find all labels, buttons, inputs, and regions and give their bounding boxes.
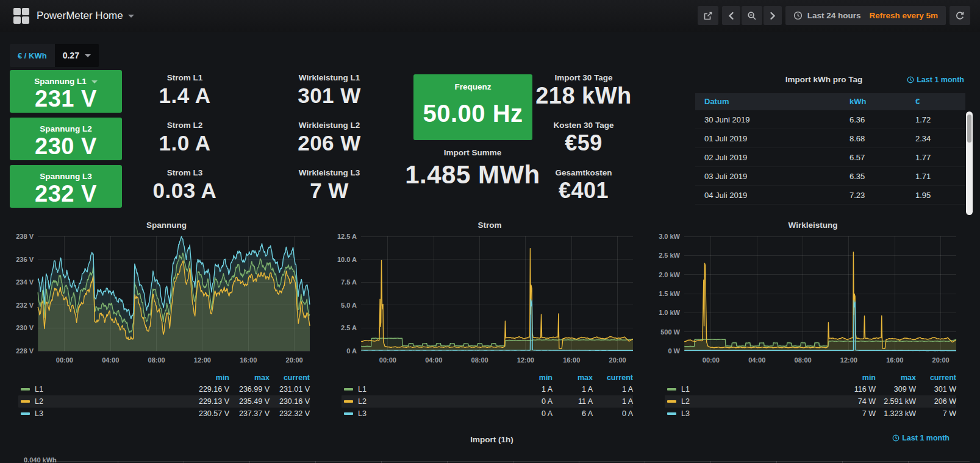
time-shift-back-button[interactable] <box>722 6 740 25</box>
table-cell: 6.35 <box>849 167 865 186</box>
series-color-dash[interactable] <box>344 412 353 415</box>
legend-value-max: 236.99 V <box>229 385 270 394</box>
legend-col-current[interactable]: current <box>916 372 956 383</box>
series-toggle-l1[interactable]: L1 <box>35 385 43 394</box>
share-button[interactable] <box>698 6 718 25</box>
legend-col-max[interactable]: max <box>553 372 593 383</box>
column-header-datum[interactable]: Datum <box>704 93 729 110</box>
panel-title[interactable]: Import (1h) <box>10 435 974 444</box>
scrollbar-track[interactable] <box>966 111 973 215</box>
legend-value-min: 229.13 V <box>189 397 229 406</box>
clock-icon <box>907 76 914 83</box>
stat-panel-gesamtkosten: Gesamtkosten€401 <box>529 168 638 204</box>
stat-title[interactable]: Wirkleistung L2 <box>274 121 384 130</box>
series-toggle-l3[interactable]: L3 <box>35 409 43 418</box>
time-range-link[interactable]: Last 1 month <box>907 76 964 84</box>
series-toggle-l1[interactable]: L1 <box>358 385 367 394</box>
chart-plot-spannung[interactable]: 228 V230 V232 V234 V236 V238 V00:0004:00… <box>10 231 323 370</box>
legend-col-max[interactable]: max <box>876 372 916 383</box>
legend-value-max: 237.37 V <box>229 409 270 418</box>
column-header-kwh[interactable]: kWh <box>849 93 866 110</box>
series-toggle-l3[interactable]: L3 <box>681 409 690 418</box>
dashboard-title[interactable]: PowerMeter Home <box>37 0 134 32</box>
series-color-dash[interactable] <box>344 388 353 391</box>
table-body: 30 Juni 20196.361.7201 Juli 20198.682.34… <box>695 110 965 205</box>
stat-title[interactable]: Kosten 30 Tage <box>529 121 638 130</box>
table-cell: 04 Juli 2019 <box>704 186 747 205</box>
x-axis-tick-label: 12:00 <box>517 356 534 364</box>
series-toggle-l2[interactable]: L2 <box>681 397 690 406</box>
scrollbar-thumb[interactable] <box>967 115 971 143</box>
legend-value-min: 1 A <box>512 385 553 394</box>
legend-col-max[interactable]: max <box>229 372 270 383</box>
chart-legend: minmaxcurrentL11 A1 A1 AL20 A11 A1 AL30 … <box>342 372 633 420</box>
panel-title[interactable]: Strom <box>333 221 646 230</box>
legend-value-current: 230.16 V <box>270 397 310 406</box>
apps-grid-icon[interactable] <box>13 8 29 24</box>
chart-plot-strom[interactable]: 0 A2.5 A5.0 A7.5 A10.0 A12.5 A00:0004:00… <box>333 231 646 370</box>
stat-title[interactable]: Strom L3 <box>130 168 240 177</box>
stat-title[interactable]: Wirkleistung L1 <box>274 73 384 82</box>
series-toggle-l1[interactable]: L1 <box>681 385 690 394</box>
x-axis-tick-label: 00:00 <box>56 356 73 364</box>
series-color-dash[interactable] <box>344 400 353 403</box>
variable-value-text: 0.27 <box>63 51 79 60</box>
stat-title[interactable]: Import Summe <box>396 148 549 157</box>
stat-title[interactable]: Spannung L1 <box>10 77 122 86</box>
y-axis-tick-label: 230 V <box>16 324 34 331</box>
y-axis-tick-label: 228 V <box>16 347 34 355</box>
series-color-dash[interactable] <box>21 412 30 415</box>
panel-title[interactable]: Spannung <box>10 221 323 230</box>
stat-panel-strom-l1: Strom L11.4 A <box>130 73 240 109</box>
panel-menu-caret-icon[interactable] <box>91 80 98 83</box>
chart-plot-wirkleistung[interactable]: 0 W500 W1.0 kW1.5 kW2.0 kW2.5 kW3.0 kW00… <box>656 231 970 370</box>
series-color-dash[interactable] <box>21 388 30 391</box>
series-color-dash[interactable] <box>667 412 676 415</box>
legend-value-min: 7 W <box>835 409 876 418</box>
stat-title[interactable]: Import 30 Tage <box>529 73 638 82</box>
stat-title[interactable]: Frequenz <box>413 82 532 91</box>
y-axis-tick-label: 3.0 kW <box>659 233 680 240</box>
x-axis-tick-label: 12:00 <box>194 356 211 364</box>
series-toggle-l2[interactable]: L2 <box>358 397 367 406</box>
zoom-out-button[interactable] <box>742 6 762 25</box>
y-axis-tick-label: 2.0 kW <box>659 271 680 278</box>
x-axis-tick-label: 20:00 <box>286 356 303 364</box>
time-range-link[interactable]: Last 1 month <box>892 434 950 442</box>
time-shift-forward-button[interactable] <box>764 6 782 25</box>
series-color-dash[interactable] <box>21 400 30 403</box>
legend-row-l2: L274 W2.591 kW206 W <box>665 395 956 408</box>
grafana-dashboard: PowerMeter Home Last 24 hours Refresh e <box>0 0 980 463</box>
stat-title[interactable]: Spannung L2 <box>10 124 122 133</box>
legend-col-min[interactable]: min <box>512 372 553 383</box>
stat-title[interactable]: Spannung L3 <box>10 172 122 181</box>
column-header-eur[interactable]: € <box>915 93 920 110</box>
variable-value-dropdown[interactable]: 0.27 <box>55 44 99 67</box>
legend-col-current[interactable]: current <box>270 372 310 383</box>
legend-col-min[interactable]: min <box>189 372 229 383</box>
table-cell: 02 Juli 2019 <box>704 148 747 167</box>
refresh-button[interactable] <box>950 6 970 25</box>
legend-col-current[interactable]: current <box>593 372 633 383</box>
table-header: Datum kWh € <box>695 93 965 110</box>
y-axis-tick-label: 236 V <box>16 256 34 263</box>
series-color-dash[interactable] <box>667 400 676 403</box>
y-axis-tick-label: 0 W <box>668 347 680 355</box>
stat-value: 232 V <box>10 181 122 207</box>
panel-title[interactable]: Wirkleistung <box>656 221 970 230</box>
time-picker-button[interactable]: Last 24 hours Refresh every 5m <box>785 6 946 25</box>
legend-row-l1: L1229.16 V236.99 V231.01 V <box>18 383 310 395</box>
stat-title[interactable]: Gesamtkosten <box>529 168 638 177</box>
series-toggle-l2[interactable]: L2 <box>35 397 43 406</box>
stat-title[interactable]: Wirkleistung L3 <box>274 168 384 177</box>
legend-value-min: 0 A <box>512 409 553 418</box>
legend-col-min[interactable]: min <box>835 372 876 383</box>
stat-title[interactable]: Strom L1 <box>130 73 240 82</box>
x-axis-tick-label: 12:00 <box>840 356 857 364</box>
stat-value: 0.03 A <box>130 177 240 204</box>
stat-title[interactable]: Strom L2 <box>130 121 240 130</box>
series-toggle-l3[interactable]: L3 <box>358 409 367 418</box>
x-axis-tick-label: 16:00 <box>563 356 580 364</box>
series-color-dash[interactable] <box>667 388 676 391</box>
legend-value-max: 235.49 V <box>229 397 270 406</box>
